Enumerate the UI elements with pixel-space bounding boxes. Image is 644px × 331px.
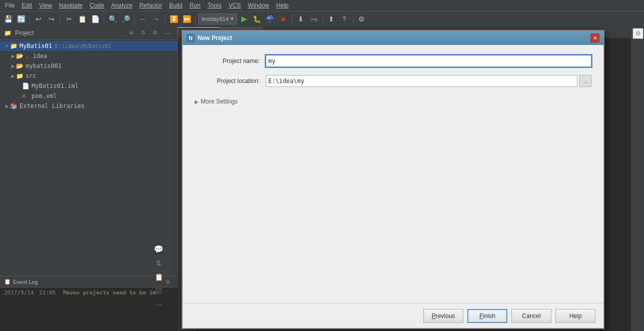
dialog-titlebar: N New Project ✕ [183,31,603,45]
panel-title: 📁 Project [4,30,34,36]
event-log-more[interactable]: ⋯ [153,299,165,311]
event-log-message: Maven projects need to be im [63,290,156,296]
toolbar-redo-btn[interactable]: ↪ [46,13,58,25]
toolbar-back-btn[interactable]: ← [137,13,149,25]
event-log-btn-1[interactable]: 💬 [153,243,165,255]
folder-icon-mybatis001: 📂 [16,62,24,70]
toolbar: 💾 🔄 ↩ ↪ ✂ 📋 📄 🔍 🔎 ← → ⏬ ⏩ testday914 ▾ ▶… [0,11,644,26]
tree-item-idea[interactable]: ▶ 📂 . idea [0,51,177,61]
more-settings-toggle[interactable]: ▶ More Settings [195,95,591,108]
toolbar-stop-btn[interactable]: ■ [277,13,289,25]
xml-file-icon: m [22,92,30,100]
tree-item-iml[interactable]: 📄 MyBatis01.iml [0,81,177,91]
more-settings-arrow-icon: ▶ [195,99,199,104]
side-icon-settings[interactable]: ⚙ [632,28,643,39]
menu-navigate[interactable]: Navigate [56,1,86,10]
run-config-label: testday914 [202,16,229,22]
tree-label-idea: . idea [26,52,47,60]
menu-help[interactable]: Help [273,1,292,10]
cancel-label: Cancel [522,312,540,320]
toolbar-paste-btn[interactable]: 📄 [89,13,101,25]
menu-edit[interactable]: Edit [19,1,35,10]
tree-item-src[interactable]: ▶ 📁 src [0,71,177,81]
toolbar-fwd-btn[interactable]: → [150,13,162,25]
previous-button[interactable]: Previous [423,309,463,323]
toolbar-push-btn[interactable]: ⬆ [325,13,337,25]
event-log-time: 21:05 [39,290,56,296]
menu-build[interactable]: Build [166,1,186,10]
help-button[interactable]: Help [555,309,595,323]
dialog-body: Project name: Project location: ... ▶ [183,45,603,303]
folder-icon-src: 📁 [16,72,24,80]
help-label: Help [569,312,582,320]
tree-item-extlibs[interactable]: ▶ 📚 External Libraries [0,101,177,111]
toolbar-cut-btn[interactable]: ✂ [63,13,75,25]
toolbar-undo-btn[interactable]: ↩ [33,13,45,25]
project-location-input[interactable] [266,75,577,87]
tree-arrow-src: ▶ [10,72,16,80]
cancel-button[interactable]: Cancel [511,309,551,323]
toolbar-help-btn[interactable]: ? [338,13,350,25]
dialog-title-icon: N [187,34,195,42]
event-log-icon: 📋 [4,278,11,285]
menu-refactor[interactable]: Refactor [137,1,165,10]
toolbar-copy-btn[interactable]: 📋 [76,13,88,25]
event-log-btn-3[interactable]: 📋 [153,271,165,283]
project-folder-icon: 📁 [10,42,18,50]
toolbar-sep-1 [30,14,30,24]
menu-vcs[interactable]: VCS [226,1,244,10]
ide-frame: File Edit View Navigate Code Analyze Ref… [0,0,644,331]
toolbar-debug-btn[interactable]: 🐛 [251,13,263,25]
toolbar-step2-btn[interactable]: ⏩ [181,13,193,25]
toolbar-find-btn[interactable]: 🔍 [107,13,119,25]
toolbar-coverage-btn[interactable]: ☔ [264,13,276,25]
menu-analyze[interactable]: Analyze [108,1,136,10]
dialog-title-left: N New Project [187,34,232,42]
panel-action-2[interactable]: ⇅ [137,27,149,39]
dialog-close-button[interactable]: ✕ [590,34,599,42]
panel-settings[interactable]: ⚙ [149,27,161,39]
event-log-content: 2017/9/14 21:05 Maven projects need to b… [0,288,178,298]
menu-file[interactable]: File [2,1,18,10]
tree-root-path: E:\idea\MyBatis01 [55,43,112,50]
tree-label-pomxml: pom.xml [32,92,57,100]
toolbar-save-btn[interactable]: 💾 [2,13,14,25]
panel-collapse[interactable]: — [161,27,173,39]
toolbar-sep-4 [134,14,135,24]
browse-button[interactable]: ... [579,75,591,87]
panel-action-1[interactable]: ⊕ [125,27,137,39]
iml-file-icon: 📄 [22,82,30,90]
project-name-row: Project name: [195,55,591,67]
event-log-btn-2[interactable]: ⇅ [153,257,165,269]
project-location-label: Project location: [195,78,260,84]
tree-root-mybatis01[interactable]: ▾ 📁 MyBatis01 E:\idea\MyBatis01 [0,41,177,51]
run-config-selector[interactable]: testday914 ▾ [198,14,237,24]
toolbar-run-btn[interactable]: ▶ [238,13,250,25]
menu-window[interactable]: Window [245,1,272,10]
menu-view[interactable]: View [36,1,55,10]
project-location-row: Project location: ... [195,75,591,87]
event-log-btn-4[interactable]: ☑ [153,285,165,297]
menu-code[interactable]: Code [87,1,107,10]
tree-label-src: src [26,72,37,80]
tree-item-pomxml[interactable]: m pom.xml [0,91,177,101]
toolbar-findnext-btn[interactable]: 🔎 [120,13,132,25]
menu-tools[interactable]: Tools [205,1,225,10]
panel-icon: 📁 [4,30,12,36]
extlibs-icon: 📚 [10,102,18,110]
tree-arrow-idea: ▶ [10,52,16,60]
finish-button[interactable]: Finish [467,309,507,323]
side-panel: ⚙ [631,26,644,331]
panel-header: 📁 Project ⊕ ⇅ ⚙ — [0,26,177,40]
toolbar-sync-btn[interactable]: 🔄 [15,13,27,25]
run-config-arrow: ▾ [231,16,234,22]
dialog-title-text: New Project [198,34,232,42]
toolbar-ant2-btn[interactable]: 🐜 [308,13,320,25]
toolbar-sep-7 [292,14,292,24]
toolbar-step-btn[interactable]: ⏬ [168,13,180,25]
menu-run[interactable]: Run [187,1,204,10]
tree-item-mybatis001[interactable]: ▶ 📂 mybatis001 [0,61,177,71]
toolbar-settings-btn[interactable]: ⚙ [356,13,368,25]
project-name-input[interactable] [266,55,591,67]
toolbar-ant-btn[interactable]: ⬇ [295,13,307,25]
